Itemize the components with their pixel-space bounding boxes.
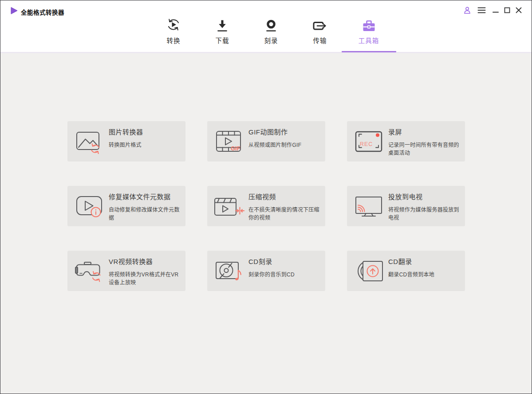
card-vr-converter[interactable]: VR视频转换器 将视频转换为VR格式并在VR设备上放映 <box>67 251 185 291</box>
account-icon[interactable] <box>461 5 473 16</box>
card-text: VR视频转换器 将视频转换为VR格式并在VR设备上放映 <box>109 256 182 287</box>
card-description: 翻录CD音频到本地 <box>388 271 462 279</box>
tab-transfer-label: 传输 <box>296 35 344 45</box>
header: 全能格式转换器 <box>0 0 532 53</box>
tab-convert-label: 转换 <box>149 35 198 45</box>
screen-recorder-icon: REC <box>353 129 384 154</box>
toolbox-icon <box>344 16 393 32</box>
toolbox-grid: 图片转换器 转换图片格式 GIF GIF动图制作 从视频或图片制作GIF <box>67 121 465 291</box>
card-cd-burn[interactable]: CD刻录 刻录你的音乐到CD <box>207 251 325 291</box>
cast-to-tv-icon <box>353 193 384 219</box>
card-image-converter[interactable]: 图片转换器 转换图片格式 <box>67 121 185 162</box>
card-title: CD翻录 <box>388 256 462 266</box>
convert-icon <box>149 16 198 32</box>
card-description: 转换图片格式 <box>109 141 182 149</box>
download-icon <box>198 16 247 32</box>
tab-burn-label: 刻录 <box>247 35 296 45</box>
card-title: 压缩视频 <box>248 192 322 201</box>
card-description: 刻录你的音乐到CD <box>248 271 322 279</box>
tab-transfer[interactable]: 传输 <box>296 16 344 45</box>
card-title: 图片转换器 <box>109 127 182 136</box>
card-text: 投放到电视 将视频作为媒体服务器投放到电视 <box>388 192 462 222</box>
app-window: { "window": { "title": "全能格式转换器" }, "nav… <box>0 0 532 394</box>
tab-toolbox[interactable]: 工具箱 <box>344 16 393 45</box>
tab-convert[interactable]: 转换 <box>149 16 198 45</box>
card-text: 修复媒体文件元数据 自动修复和修改媒体文件元数据 <box>109 192 182 222</box>
card-description: 从视频或图片制作GIF <box>248 141 322 149</box>
window-controls <box>461 5 524 16</box>
card-screen-recorder[interactable]: REC 录屏 记录同一时间所有带有音频的桌面活动 <box>347 121 465 162</box>
cd-burn-icon <box>213 258 244 284</box>
main-nav: 转换 下载 刻录 <box>149 16 393 45</box>
card-cast-to-tv[interactable]: 投放到电视 将视频作为媒体服务器投放到电视 <box>347 186 465 226</box>
card-fix-metadata[interactable]: 修复媒体文件元数据 自动修复和修改媒体文件元数据 <box>67 186 185 226</box>
card-title: GIF动图制作 <box>248 127 322 136</box>
close-button[interactable] <box>513 5 524 16</box>
card-title: CD刻录 <box>248 256 322 266</box>
card-description: 将视频转换为VR格式并在VR设备上放映 <box>109 271 182 287</box>
card-description: 在不损失清晰度的情况下压缩你的视频 <box>248 206 322 222</box>
card-description: 自动修复和修改媒体文件元数据 <box>109 206 182 222</box>
card-title: 投放到电视 <box>388 192 462 201</box>
card-text: CD翻录 翻录CD音频到本地 <box>388 256 462 279</box>
card-text: 录屏 记录同一时间所有带有音频的桌面活动 <box>388 127 462 157</box>
svg-text:REC: REC <box>360 141 373 147</box>
card-cd-rip[interactable]: CD翻录 翻录CD音频到本地 <box>347 251 465 291</box>
card-description: 记录同一时间所有带有音频的桌面活动 <box>388 141 462 157</box>
cd-rip-icon <box>353 258 384 284</box>
tab-download[interactable]: 下载 <box>198 16 247 45</box>
menu-icon[interactable] <box>476 5 487 16</box>
card-compress-video[interactable]: 压缩视频 在不损失清晰度的情况下压缩你的视频 <box>207 186 325 226</box>
image-converter-icon <box>74 129 105 154</box>
maximize-button[interactable] <box>501 5 513 16</box>
card-title: 录屏 <box>388 127 462 136</box>
card-text: 压缩视频 在不损失清晰度的情况下压缩你的视频 <box>248 192 322 222</box>
card-description: 将视频作为媒体服务器投放到电视 <box>388 206 462 222</box>
active-tab-underline <box>342 51 396 52</box>
transfer-icon <box>296 16 344 32</box>
card-gif-maker[interactable]: GIF GIF动图制作 从视频或图片制作GIF <box>207 121 325 162</box>
compress-video-icon <box>213 193 244 219</box>
tab-download-label: 下载 <box>198 35 247 45</box>
card-title: 修复媒体文件元数据 <box>109 192 182 201</box>
card-title: VR视频转换器 <box>109 256 182 266</box>
tab-toolbox-label: 工具箱 <box>344 35 393 45</box>
app-title: 全能格式转换器 <box>21 8 64 16</box>
tab-burn[interactable]: 刻录 <box>247 16 296 45</box>
card-text: GIF动图制作 从视频或图片制作GIF <box>248 127 322 149</box>
burn-icon <box>247 16 296 32</box>
svg-text:GIF: GIF <box>231 145 240 152</box>
card-text: CD刻录 刻录你的音乐到CD <box>248 256 322 279</box>
minimize-button[interactable] <box>490 5 501 16</box>
gif-maker-icon: GIF <box>213 129 244 154</box>
vr-converter-icon <box>74 258 105 284</box>
card-text: 图片转换器 转换图片格式 <box>109 127 182 149</box>
fix-metadata-icon <box>74 193 105 219</box>
app-logo-icon <box>10 7 18 15</box>
